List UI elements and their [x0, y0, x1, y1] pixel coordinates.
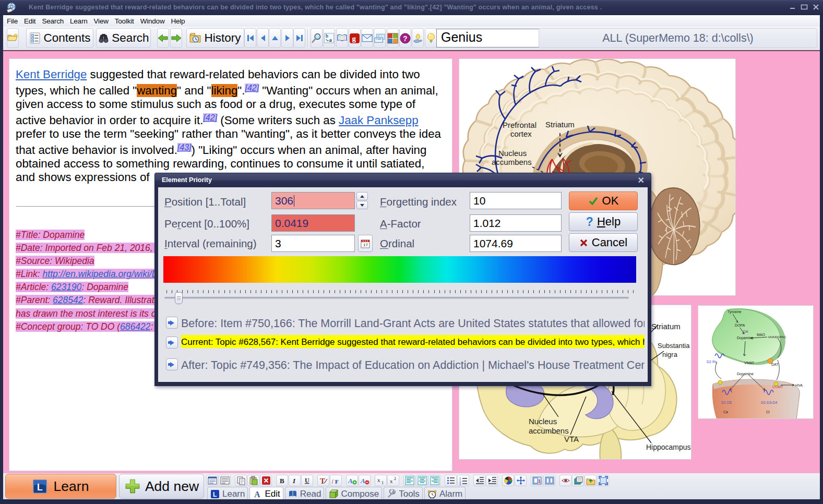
menu-file[interactable]: File — [4, 17, 21, 26]
tab-tools[interactable]: Tools — [384, 487, 423, 500]
translate-button[interactable]: b a — [323, 28, 335, 48]
menu-help[interactable]: Help — [168, 17, 188, 26]
template-button[interactable] — [206, 475, 218, 486]
nav-next-button[interactable] — [281, 28, 293, 48]
reference-marker[interactable]: [42] — [203, 113, 217, 122]
layout2-button[interactable] — [543, 475, 555, 486]
forward-button[interactable] — [170, 28, 182, 48]
dictionary-button[interactable] — [336, 28, 348, 48]
font-shrink-button[interactable]: A — [359, 475, 371, 486]
reference-marker[interactable]: [43] — [177, 143, 192, 152]
nav-last-button[interactable] — [293, 28, 305, 48]
numbered-list-button[interactable]: 123 — [457, 475, 469, 486]
layout1-button[interactable]: 1 — [531, 475, 543, 486]
workload-button[interactable] — [387, 28, 399, 48]
align-center-button[interactable] — [416, 475, 428, 486]
google-button[interactable]: g — [349, 28, 361, 48]
contents-button[interactable]: Contents — [26, 28, 93, 48]
subscript-button[interactable]: x1 — [375, 475, 387, 486]
current-item-row[interactable]: Current: Topic #628,567: Kent Berridge s… — [181, 335, 645, 348]
outdent-button[interactable] — [473, 475, 485, 486]
copy-button[interactable] — [235, 475, 247, 486]
menu-search[interactable]: Search — [39, 17, 67, 26]
align-left-button[interactable] — [403, 475, 415, 486]
after-item-row[interactable]: After: Topic #749,356: The Impact of Edu… — [181, 359, 645, 372]
eye-button[interactable] — [559, 475, 571, 486]
before-item-row[interactable]: Before: Item #750,166: The Morrill Land-… — [181, 317, 645, 330]
font-grow-button[interactable]: A — [346, 475, 358, 486]
menu-window[interactable]: Window — [137, 17, 168, 26]
text-link[interactable]: Jaak Panksepp — [339, 114, 418, 127]
reference-link[interactable]: 623190 — [51, 282, 81, 292]
priority-slider-handle[interactable] — [175, 292, 183, 304]
fullscreen-button[interactable] — [597, 475, 609, 486]
ordinal-input[interactable]: 1074.69 — [470, 235, 562, 252]
maximize-button[interactable] — [799, 2, 809, 12]
reference-link[interactable]: 628542 — [53, 295, 83, 305]
goto-current-button[interactable] — [166, 337, 178, 349]
cancel-button[interactable]: Cancel — [569, 233, 638, 252]
tab-alarm[interactable]: Alarm — [424, 487, 466, 500]
indent-button[interactable] — [486, 475, 498, 486]
tab-read[interactable]: Read — [285, 487, 325, 500]
nav-first-button[interactable] — [244, 28, 256, 48]
delete-button[interactable] — [260, 475, 272, 486]
tab-compose[interactable]: Compose — [326, 487, 382, 500]
email-button[interactable] — [361, 28, 373, 48]
interval-input[interactable]: 3 — [271, 235, 355, 252]
bullet-list-button[interactable] — [445, 475, 457, 486]
tab-edit[interactable]: AEdit — [249, 487, 283, 500]
position-spin-down[interactable] — [356, 201, 368, 209]
interval-calendar-button[interactable]: 17 — [358, 235, 373, 252]
back-button[interactable] — [157, 28, 169, 48]
paste-button[interactable] — [247, 475, 259, 486]
source-button[interactable] — [219, 475, 231, 486]
text-link[interactable]: Kent Berridge — [16, 68, 87, 81]
help-button-dialog[interactable]: ? Help — [569, 212, 638, 231]
commander-button[interactable] — [412, 28, 424, 48]
font-size-button[interactable]: fF — [330, 475, 342, 486]
import-folder-button[interactable] — [585, 475, 597, 486]
reference-marker[interactable]: [42] — [245, 83, 259, 92]
priority-slider-track[interactable] — [164, 297, 629, 299]
priority-spectrum-bar[interactable] — [163, 256, 636, 283]
learn-button[interactable]: L Learn — [5, 474, 116, 499]
search-button[interactable]: Search — [96, 28, 151, 48]
search-elements-button[interactable] — [311, 28, 323, 48]
open-collection-button[interactable] — [7, 28, 19, 48]
bold-button[interactable]: B — [276, 475, 288, 486]
forgetting-input[interactable]: 10 — [470, 192, 562, 209]
position-spin-up[interactable] — [356, 192, 368, 200]
superscript-button[interactable]: x2 — [387, 475, 399, 486]
close-button[interactable] — [810, 2, 821, 12]
align-right-button[interactable] — [428, 475, 440, 486]
hint-button[interactable] — [425, 28, 437, 48]
ok-button[interactable]: OK — [569, 191, 638, 210]
menu-learn[interactable]: Learn — [67, 17, 91, 26]
menu-view[interactable]: View — [91, 17, 112, 26]
menu-edit[interactable]: Edit — [21, 17, 39, 26]
goto-before-button[interactable] — [166, 317, 178, 329]
tasklist-button[interactable] — [374, 28, 386, 48]
article-text[interactable]: Kent Berridge suggested that reward-rela… — [16, 68, 452, 184]
nav-prev-button[interactable] — [257, 28, 269, 48]
dialog-close-icon[interactable]: ✕ — [638, 175, 645, 185]
minimize-button[interactable] — [788, 2, 798, 12]
underline-button[interactable]: U — [301, 475, 313, 486]
tab-learn[interactable]: LLearn — [207, 487, 248, 500]
color-wheel-button[interactable] — [502, 475, 514, 486]
dialog-title-bar[interactable]: Element Priority ✕ — [155, 173, 651, 187]
font-color-button[interactable]: T — [317, 475, 329, 486]
history-button[interactable]: History — [186, 28, 244, 48]
menu-toolkit[interactable]: Toolkit — [112, 17, 137, 26]
pages-button[interactable] — [572, 475, 584, 486]
italic-button[interactable]: I — [289, 475, 301, 486]
move-button[interactable] — [515, 475, 527, 486]
genius-input[interactable]: Genius — [436, 29, 540, 47]
goto-after-button[interactable] — [166, 358, 178, 370]
nav-up-button[interactable] — [269, 28, 281, 48]
add-new-button[interactable]: Add new — [119, 474, 204, 499]
afactor-input[interactable]: 1.012 — [470, 214, 562, 232]
reference-link[interactable]: 686422 — [120, 321, 150, 332]
position-input[interactable]: 306 — [271, 192, 355, 209]
